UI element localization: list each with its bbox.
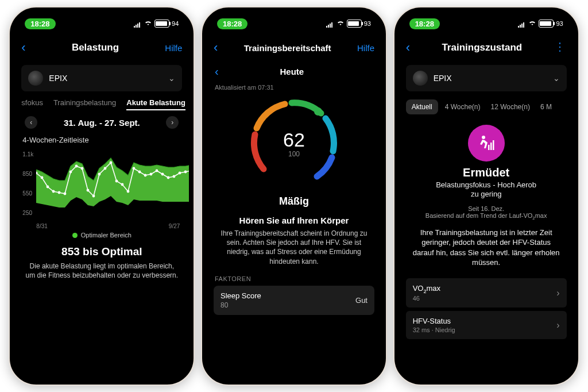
hfv-value: 32 ms · Niedrig [413, 326, 455, 333]
row-hfv-status[interactable]: HFV-Status 32 ms · Niedrig › [406, 311, 567, 339]
watch-icon [413, 71, 428, 86]
prev-range-button[interactable]: ‹ [25, 116, 37, 129]
factor-verdict: Gut [355, 296, 368, 305]
page-title: Trainingszustand [410, 42, 554, 53]
back-button[interactable]: ‹ [21, 40, 25, 55]
load-headline: 853 bis Optimal [14, 245, 189, 258]
ytick-550: 550 [22, 190, 32, 197]
tab-fokus[interactable]: sfokus [21, 98, 43, 110]
timeline-label: 4-Wochen-Zeitleiste [14, 130, 189, 147]
segment-12w[interactable]: 12 Woche(n) [487, 99, 533, 114]
notch [446, 7, 527, 22]
svg-point-6 [69, 171, 72, 174]
svg-point-26 [184, 171, 187, 174]
svg-rect-29 [488, 145, 490, 150]
notch [61, 7, 142, 22]
svg-point-16 [127, 190, 130, 193]
device-selector[interactable]: EPIX ⌄ [21, 65, 182, 91]
chart-legend: Optimaler Bereich [14, 232, 189, 239]
svg-point-24 [173, 175, 176, 178]
row-vo2max[interactable]: VO2max 46 › [406, 278, 567, 308]
factors-label: FAKTOREN [207, 270, 381, 286]
more-menu-button[interactable]: ⋯ [554, 41, 567, 54]
date-range: 31. Aug. - 27. Sept. [64, 118, 140, 128]
chevron-right-icon: › [556, 320, 559, 330]
load-description: Die akute Belastung liegt im optimalen B… [14, 258, 189, 283]
factor-value: 80 [220, 301, 261, 309]
notch [254, 7, 334, 22]
factor-sleep-score[interactable]: Sleep Score 80 Gut [214, 286, 374, 315]
wifi-icon [528, 20, 536, 27]
xtick-start: 8/31 [36, 223, 47, 229]
svg-point-15 [121, 183, 124, 186]
svg-point-2 [47, 186, 49, 189]
back-button[interactable]: ‹ [406, 40, 410, 55]
device-name: EPIX [434, 74, 452, 83]
svg-point-5 [64, 193, 67, 195]
readiness-description: Ihre Trainingsbereitschaft scheint in Or… [207, 225, 381, 270]
segment-aktuell[interactable]: Aktuell [406, 99, 438, 114]
svg-point-13 [110, 162, 113, 164]
training-status-icon [468, 125, 505, 162]
battery-icon [539, 20, 554, 28]
page-title: Trainingsbereitschaft [218, 43, 357, 53]
svg-point-1 [41, 176, 44, 179]
readiness-rating: Mäßig [207, 195, 381, 207]
chevron-down-icon: ⌄ [168, 74, 175, 83]
training-status-paragraph: Ihre Trainingsbelastung ist in letzter Z… [399, 221, 574, 275]
next-range-button[interactable]: › [166, 116, 179, 129]
chevron-down-icon: ⌄ [553, 74, 560, 83]
since-label: Seit 16. Dez. [399, 205, 574, 212]
legend-dot-icon [72, 233, 78, 238]
tab-akute-belastung[interactable]: Akute Belastung [126, 98, 185, 110]
vo2max-label: VO2max [413, 284, 440, 294]
back-button[interactable]: ‹ [214, 40, 218, 55]
help-link[interactable]: Hilfe [165, 43, 182, 53]
updated-label: Aktualisiert am 07:31 [207, 83, 381, 92]
phone-zustand: 18:28 93 ‹ Trainingszustand ⋯ EPIX ⌄ Akt… [393, 6, 579, 386]
segment-4w[interactable]: 4 Woche(n) [442, 99, 484, 114]
training-status-title: Ermüdet [399, 166, 574, 179]
nav-bar: ‹ Trainingsbereitschaft Hilfe [207, 35, 381, 60]
factor-name: Sleep Score [220, 291, 261, 300]
status-time: 18:28 [25, 18, 55, 29]
help-link[interactable]: Hilfe [357, 43, 374, 53]
battery-pct: 93 [364, 20, 371, 27]
status-time: 18:28 [409, 18, 440, 29]
segment-6m[interactable]: 6 M [537, 99, 555, 114]
based-on-label: Basierend auf dem Trend der Lauf-VO2max [399, 212, 574, 221]
phone-belastung: 18:28 94 ‹ Belastung Hilfe EPIX ⌄ sfoku [9, 6, 195, 386]
training-status-sub: Belastungsfokus - Hoch Aerobzu gering [399, 180, 574, 199]
svg-point-10 [92, 195, 95, 198]
nav-bar: ‹ Trainingszustand ⋯ [399, 35, 574, 60]
sub-title: Heute [280, 67, 304, 76]
ytick-1100: 1.1k [22, 151, 33, 157]
device-selector[interactable]: EPIX ⌄ [406, 65, 567, 91]
readiness-score: 62 [283, 129, 305, 151]
svg-point-14 [115, 180, 118, 183]
readiness-gauge: 62 100 [245, 94, 343, 192]
svg-point-8 [81, 167, 84, 170]
svg-point-17 [133, 167, 136, 170]
svg-point-20 [150, 173, 153, 176]
readiness-max: 100 [288, 150, 300, 158]
battery-pct: 94 [172, 20, 179, 27]
wifi-icon [336, 20, 345, 27]
svg-point-22 [161, 173, 164, 176]
tab-row: sfokus Trainingsbelastung Akute Belastun… [14, 96, 189, 115]
vo2max-value: 46 [413, 295, 440, 302]
chevron-right-icon: › [556, 288, 559, 298]
sub-back-button[interactable]: ‹ [215, 65, 219, 78]
battery-icon [154, 20, 169, 28]
status-time: 18:28 [217, 18, 247, 29]
tab-trainingsbelastung[interactable]: Trainingsbelastung [53, 98, 116, 110]
ytick-250: 250 [22, 210, 32, 216]
nav-bar: ‹ Belastung Hilfe [14, 35, 189, 60]
svg-point-25 [179, 172, 181, 175]
svg-rect-31 [493, 140, 494, 150]
svg-point-12 [104, 167, 107, 170]
svg-point-23 [167, 176, 170, 179]
battery-pct: 93 [556, 20, 563, 27]
svg-rect-30 [490, 143, 492, 150]
svg-point-9 [87, 189, 90, 192]
